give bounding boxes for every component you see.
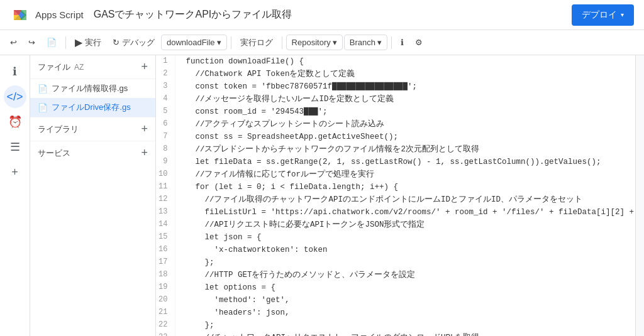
file-panel-title: ファイル (38, 62, 70, 73)
file-item-1[interactable]: 📄 ファイル情報取得.gs (30, 79, 155, 98)
line-code: const room_id = '294543███'; (175, 106, 635, 118)
header-right: デプロイ ▾ (572, 4, 634, 26)
line-number: 12 (156, 193, 175, 206)
table-row: 23 //チャットワークAPIへリクエストし、ファイルのダウンロードURLを取得 (156, 332, 635, 336)
file-panel: ファイル AZ + 📄 ファイル情報取得.gs 📄 ファイルDrive保存.gs… (30, 55, 156, 336)
services-label: サービス (38, 148, 70, 159)
table-row: 12 //ファイル取得のチャットワークAPIのエンドポイントにルームIDとファイ… (156, 193, 635, 206)
line-code: 'x-chatworktoken': token (175, 244, 635, 256)
logo-area: Apps Script (10, 5, 94, 25)
sort-icon: AZ (74, 63, 84, 72)
line-number: 10 (156, 168, 175, 181)
table-row: 11 for (let i = 0; i < fileData.length; … (156, 181, 635, 193)
line-number: 20 (156, 294, 175, 306)
project-title: GASでチャットワークAPIからファイル取得 (94, 8, 292, 21)
dropdown-arrow-icon: ▾ (217, 38, 221, 47)
table-row: 13 fileListUrl = 'https://api.chatwork.c… (156, 206, 635, 219)
line-number: 18 (156, 269, 175, 281)
redo-button[interactable]: ↪ (23, 35, 40, 50)
add-service-icon[interactable]: + (141, 146, 148, 160)
code-editor[interactable]: 1function downloadFile() {2 //Chatwork A… (156, 55, 635, 336)
line-number: 7 (156, 131, 175, 143)
line-number: 1 (156, 55, 175, 68)
sidebar-code-button[interactable]: </> (4, 85, 26, 108)
file-name-2: ファイルDrive保存.gs (52, 102, 131, 113)
line-code: const token = 'fbbec78760571f███████████… (175, 80, 635, 93)
file-item-2[interactable]: 📄 ファイルDrive保存.gs (30, 98, 155, 117)
file-button[interactable]: 📄 (42, 35, 62, 50)
line-number: 14 (156, 219, 175, 231)
line-number: 16 (156, 244, 175, 256)
execution-log-button[interactable]: 実行ログ (235, 35, 278, 51)
line-code: //HTTP GETを行うためのメソッドと、パラメータを設定 (175, 269, 635, 281)
toolbar: ↩ ↪ 📄 ▶ 実行 ↻ デバッグ downloadFile ▾ 実行ログ Re… (0, 30, 644, 55)
table-row: 19 let options = { (156, 281, 635, 294)
line-code: let options = { (175, 281, 635, 294)
sidebar-plus-button[interactable]: + (4, 161, 26, 183)
apps-script-logo (10, 5, 30, 25)
line-code: //アクティブなスプレットシートのシート読み込み (175, 118, 635, 131)
table-row: 17 }; (156, 256, 635, 269)
separator-3 (282, 36, 282, 49)
line-code: const ss = SpreadsheetApp.getActiveSheet… (175, 131, 635, 143)
sidebar-menu-button[interactable]: ☰ (4, 136, 26, 158)
line-code: //Chatwork API Tokenを定数として定義 (175, 68, 635, 80)
code-area: 1function downloadFile() {2 //Chatwork A… (156, 55, 635, 336)
line-code: for (let i = 0; i < fileData.length; i++… (175, 181, 635, 193)
line-code: fileListUrl = 'https://api.chatwork.com/… (175, 206, 635, 219)
line-code: //ファイル情報に応じてforループで処理を実行 (175, 168, 635, 181)
line-code: //チャットワークAPIへリクエストし、ファイルのダウンロードURLを取得 (175, 332, 635, 336)
app-name: Apps Script (35, 9, 84, 20)
table-row: 18 //HTTP GETを行うためのメソッドと、パラメータを設定 (156, 269, 635, 281)
info-icon-button[interactable]: ℹ (396, 35, 409, 50)
line-number: 23 (156, 332, 175, 336)
table-row: 14 //APIリクエスト時に必要なAPIトークンをJSON形式で指定 (156, 219, 635, 231)
file-icon-1: 📄 (38, 84, 48, 94)
line-code: //ファイル取得のチャットワークAPIのエンドポイントにルームIDとファイルID… (175, 193, 635, 206)
line-code: //スプレドシートからチャットワークのファイル情報を2次元配列として取得 (175, 143, 635, 156)
line-number: 8 (156, 143, 175, 156)
sidebar-clock-button[interactable]: ⏰ (4, 111, 26, 133)
deploy-button[interactable]: デプロイ ▾ (572, 4, 634, 26)
line-code: function downloadFile() { (175, 55, 635, 68)
line-number: 19 (156, 281, 175, 294)
code-table: 1function downloadFile() {2 //Chatwork A… (156, 55, 635, 336)
function-dropdown[interactable]: downloadFile ▾ (161, 35, 227, 50)
table-row: 16 'x-chatworktoken': token (156, 244, 635, 256)
line-code: let json = { (175, 231, 635, 244)
line-number: 15 (156, 231, 175, 244)
table-row: 1function downloadFile() { (156, 55, 635, 68)
line-code: //メッセージを取得したいルームIDを定数として定義 (175, 93, 635, 106)
repository-dropdown[interactable]: Repository ▾ (286, 35, 343, 50)
table-row: 21 'headers': json, (156, 306, 635, 319)
settings-icon-button[interactable]: ⚙ (410, 35, 428, 50)
table-row: 7 const ss = SpreadsheetApp.getActiveShe… (156, 131, 635, 143)
add-file-icon[interactable]: + (141, 60, 148, 73)
line-number: 21 (156, 306, 175, 319)
run-button[interactable]: ▶ 実行 (70, 34, 106, 51)
debug-button[interactable]: ↻ デバッグ (108, 35, 160, 51)
main-layout: ℹ </> ⏰ ☰ + ファイル AZ + 📄 ファイル情報取得.gs 📄 ファ… (0, 55, 644, 336)
table-row: 10 //ファイル情報に応じてforループで処理を実行 (156, 168, 635, 181)
line-number: 9 (156, 156, 175, 168)
undo-button[interactable]: ↩ (5, 35, 22, 50)
table-row: 22 }; (156, 319, 635, 332)
separator-4 (391, 36, 392, 49)
table-row: 2 //Chatwork API Tokenを定数として定義 (156, 68, 635, 80)
play-icon: ▶ (75, 36, 82, 48)
file-panel-header: ファイル AZ + (30, 55, 155, 79)
line-code: let fileData = ss.getRange(2, 1, ss.getL… (175, 156, 635, 168)
table-row: 4 //メッセージを取得したいルームIDを定数として定義 (156, 93, 635, 106)
branch-dropdown[interactable]: Branch ▾ (344, 35, 387, 50)
line-code: 'method': 'get', (175, 294, 635, 306)
services-section-header: サービス + (30, 141, 155, 165)
sidebar-icons: ℹ </> ⏰ ☰ + (0, 55, 30, 336)
sidebar-info-button[interactable]: ℹ (4, 60, 26, 83)
table-row: 8 //スプレドシートからチャットワークのファイル情報を2次元配列として取得 (156, 143, 635, 156)
chevron-down-icon: ▾ (621, 11, 624, 18)
add-library-icon[interactable]: + (141, 122, 148, 136)
line-number: 17 (156, 256, 175, 269)
line-number: 3 (156, 80, 175, 93)
line-number: 22 (156, 319, 175, 332)
line-number: 13 (156, 206, 175, 219)
